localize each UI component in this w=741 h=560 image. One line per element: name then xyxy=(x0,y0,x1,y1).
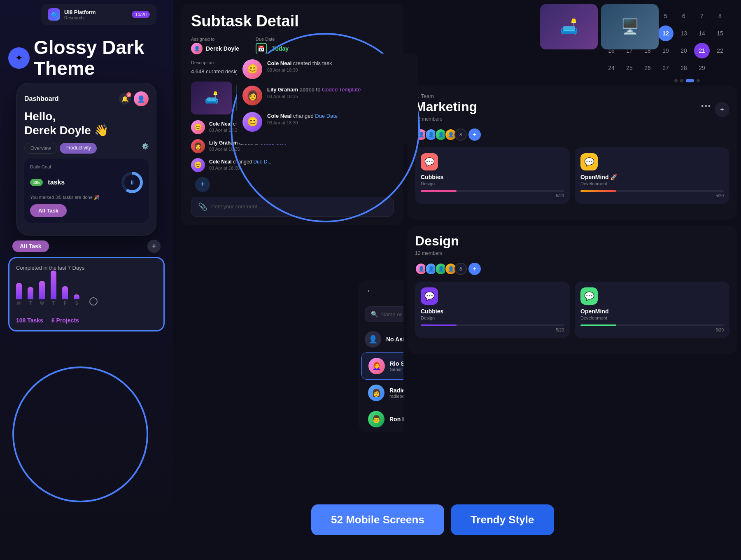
bar-col-t2: T xyxy=(51,271,56,306)
assigned-name: Derek Doyle xyxy=(206,45,239,52)
cal-29[interactable]: 29 xyxy=(694,60,710,76)
tasks-label: tasks xyxy=(48,179,65,186)
cal-28[interactable]: 28 xyxy=(676,60,692,76)
comment-box[interactable]: 📎 Post your comment... xyxy=(191,197,394,217)
platform-name: UI8 Platform xyxy=(64,9,96,15)
workspace-marketing: ... Team Marketing 12 members ••• + 👤 👤 … xyxy=(408,86,737,219)
add-task-button[interactable]: + xyxy=(147,240,161,253)
marketing-title: Marketing xyxy=(415,99,477,114)
chat-overlay: 😊 Cole Neal created this task 03 Apr at … xyxy=(237,54,418,144)
bar-f xyxy=(62,286,68,299)
greeting-text: Hello,Derek Doyle 👋 xyxy=(24,110,149,137)
due-label: Due Date xyxy=(256,37,289,42)
left-panel: 🔷 UI8 Platform Research 10/20 ✦ Glossy D… xyxy=(0,0,173,560)
due-date: Due Date 📅 Today xyxy=(256,37,289,54)
chat-entry-2: 👩 Lily Graham added to Coded Template 03… xyxy=(242,86,412,105)
chat-name-1: Cole Neal xyxy=(267,60,291,66)
cal-5[interactable]: 5 xyxy=(658,8,673,24)
back-button[interactable]: ← xyxy=(366,287,374,295)
design-members: 12 members xyxy=(415,250,459,256)
cal-27[interactable]: 27 xyxy=(658,60,673,76)
more-options-button[interactable]: ••• xyxy=(701,102,711,117)
activity-name-3: Cole Neal xyxy=(209,159,232,165)
add-workspace-button[interactable]: + xyxy=(715,102,729,117)
bar-m xyxy=(16,283,22,299)
plus-float-button[interactable]: + xyxy=(195,177,210,192)
project-cubbies-marketing[interactable]: 💬 Cubbies Design 5/20 xyxy=(415,147,570,204)
openmind-name-marketing: OpenMind 🚀 xyxy=(580,174,724,180)
chart-title: Completed in the last 7 Days xyxy=(16,265,157,271)
activity-name-1: Cole Neal xyxy=(209,121,232,127)
add-member-button-design[interactable]: + xyxy=(468,263,481,275)
tasks-badge: 3/5 xyxy=(30,179,43,186)
workspace-marketing-header: ... Team Marketing 12 members ••• + xyxy=(415,93,729,126)
cubbies-dept-design: Design xyxy=(421,315,564,320)
chat-entry-3: 😊 Cole Neal changed Due Date 03 Apr at 1… xyxy=(242,112,412,132)
cal-25[interactable]: 25 xyxy=(622,60,637,76)
all-task-label: All Task xyxy=(12,240,49,252)
cal-7[interactable]: 7 xyxy=(694,8,710,24)
openmind-design-progress-wrap xyxy=(580,324,724,326)
cal-20[interactable]: 20 xyxy=(676,43,692,58)
cal-19[interactable]: 19 xyxy=(658,43,673,58)
cal-26[interactable]: 26 xyxy=(640,60,655,76)
project-openmind-marketing[interactable]: 💬 OpenMind 🚀 Development 5/20 xyxy=(575,147,729,204)
activity-avatar-1: 😊 xyxy=(191,120,205,134)
mobile-screens-button[interactable]: 52 Mobile Screens xyxy=(311,504,444,535)
cal-12[interactable]: 12 xyxy=(658,26,673,41)
bar-col-f: F xyxy=(62,286,68,306)
chat-entry-1: 😊 Cole Neal created this task 03 Apr at … xyxy=(242,59,412,79)
cal-15[interactable]: 15 xyxy=(712,26,728,41)
chat-text-3: Cole Neal changed Due Date xyxy=(267,112,338,120)
openmind-name-design: OpenMind xyxy=(580,308,724,315)
platform-info: UI8 Platform Research xyxy=(64,9,96,20)
assignee-avatar-rio: 👩‍🦰 xyxy=(368,358,385,374)
bar-label-t1: T xyxy=(29,301,32,306)
workspace-design-labels: Design 12 members xyxy=(415,233,459,260)
assignee-avatar-radie: 👩 xyxy=(368,385,384,401)
openmind-progress-label: 5/20 xyxy=(580,194,724,198)
right-panel: 🛋️ 🖥️ 2 3 4 5 6 7 8 9 10 11 12 13 14 15 … xyxy=(403,0,741,560)
cubbies-design-progress-wrap xyxy=(421,324,564,326)
tasks-count: 108 Tasks xyxy=(16,317,43,324)
dot-2 xyxy=(680,79,683,82)
activity-content-3: Cole Neal changed Due D... 03 Apr at 18:… xyxy=(209,158,271,170)
dots-indicator xyxy=(403,79,741,82)
add-member-button-marketing[interactable]: + xyxy=(468,128,481,141)
cubbies-design-progress-fill xyxy=(421,324,457,326)
bar-label-s: S xyxy=(75,301,78,306)
circular-progress: ⏸ xyxy=(121,172,143,193)
cal-22[interactable]: 22 xyxy=(712,43,728,58)
tab-overview[interactable]: Overview xyxy=(24,143,57,154)
daily-goal-card: Daily Goal 3/5 tasks ⏸ You marked 3/5 ta… xyxy=(24,159,149,223)
all-task-button[interactable]: All Task xyxy=(30,204,67,217)
trendy-style-button[interactable]: Trendy Style xyxy=(451,504,554,535)
project-cubbies-design[interactable]: 💬 Cubbies Design 5/20 xyxy=(415,282,570,338)
cal-13[interactable]: 13 xyxy=(676,26,692,41)
openmind-icon-marketing: 💬 xyxy=(580,153,598,170)
cal-8[interactable]: 8 xyxy=(712,8,728,24)
img-placeholder-1: 🛋️ xyxy=(191,82,232,114)
cal-21[interactable]: 21 xyxy=(694,43,710,58)
cal-14[interactable]: 14 xyxy=(694,26,710,41)
openmind-dept-marketing: Development xyxy=(580,181,724,186)
due-value: Today xyxy=(272,45,289,52)
platform-sub: Research xyxy=(64,15,96,20)
bar-label-m: M xyxy=(17,301,21,306)
project-openmind-design[interactable]: 💬 OpenMind Development 5/20 xyxy=(575,282,729,338)
chart-card: Completed in the last 7 Days M T W T xyxy=(8,257,165,331)
design-avatars: 👤 👤 👤 👤 8 + xyxy=(415,263,729,275)
chat-name-2: Lily Graham xyxy=(267,86,298,93)
chat-text-1: Cole Neal created this task xyxy=(267,59,332,68)
cal-6[interactable]: 6 xyxy=(676,8,692,24)
cal-24[interactable]: 24 xyxy=(604,60,619,76)
notification-icon[interactable]: 🔔 2 xyxy=(119,93,130,105)
bar-s xyxy=(74,294,79,299)
bar-label-f: F xyxy=(64,301,66,306)
attachment-icon: 📎 xyxy=(198,202,207,211)
tab-productivity[interactable]: Productivity xyxy=(60,143,97,154)
openmind-icon-design: 💬 xyxy=(580,287,598,305)
activity-name-2: Lily Graham xyxy=(209,140,238,146)
cubbies-icon-design: 💬 xyxy=(421,287,438,305)
activity-entry-3: 😊 Cole Neal changed Due D... 03 Apr at 1… xyxy=(191,158,394,172)
